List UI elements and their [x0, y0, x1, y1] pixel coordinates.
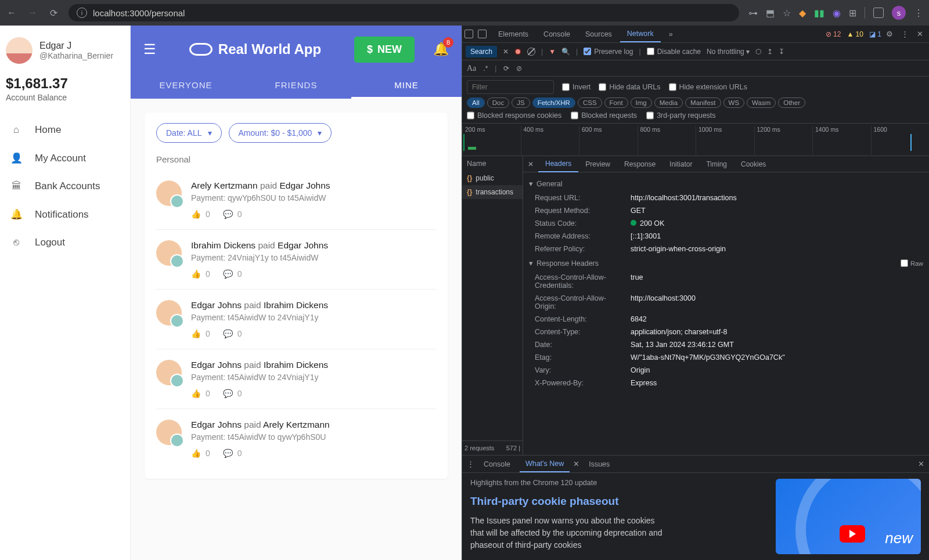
- transaction-row[interactable]: Edgar Johns paid Ibrahim Dickens Payment…: [156, 349, 436, 409]
- transaction-row[interactable]: Edgar Johns paid Arely Kertzmann Payment…: [156, 409, 436, 468]
- network-timeline[interactable]: 200 ms400 ms600 ms800 ms1000 ms1200 ms14…: [462, 124, 929, 156]
- drawer-tab-console[interactable]: Console: [478, 457, 516, 472]
- sidebar-item-notifications[interactable]: 🔔 Notifications: [6, 200, 124, 229]
- transaction-row[interactable]: Ibrahim Dickens paid Edgar Johns Payment…: [156, 230, 436, 290]
- request-row-transactions[interactable]: {}transactions: [462, 185, 523, 199]
- date-filter-chip[interactable]: Date: ALL ▾: [156, 123, 222, 143]
- tab-network[interactable]: Network: [620, 26, 661, 42]
- disable-cache-checkbox[interactable]: Disable cache: [647, 48, 701, 56]
- request-row-public[interactable]: {}public: [462, 171, 523, 185]
- transaction-row[interactable]: Arely Kertzmann paid Edgar Johns Payment…: [156, 170, 436, 230]
- filter-pill-manifest[interactable]: Manifest: [685, 97, 721, 108]
- tab-everyone[interactable]: EVERYONE: [131, 73, 241, 99]
- info-count[interactable]: ◪ 1: [869, 30, 881, 38]
- throttling-select[interactable]: No throttling ▾: [707, 48, 750, 56]
- invert-checkbox[interactable]: Invert: [562, 83, 590, 91]
- new-button[interactable]: $ NEW: [354, 37, 415, 63]
- detail-tab-response[interactable]: Response: [617, 157, 662, 172]
- reload-button[interactable]: ⟳: [48, 8, 59, 19]
- back-button[interactable]: ←: [6, 8, 17, 18]
- like-button[interactable]: 👍0: [191, 329, 210, 338]
- address-bar[interactable]: i localhost:3000/personal: [69, 4, 739, 21]
- detail-tab-initiator[interactable]: Initiator: [662, 157, 699, 172]
- clear-icon[interactable]: ⊘: [516, 64, 522, 73]
- tab-mine[interactable]: MINE: [351, 73, 462, 99]
- warning-count[interactable]: ▲ 10: [847, 30, 863, 38]
- close-devtools-icon[interactable]: ✕: [913, 30, 927, 38]
- ext-icon-3[interactable]: ◉: [833, 8, 841, 19]
- detail-tab-preview[interactable]: Preview: [578, 157, 617, 172]
- record-button[interactable]: [514, 48, 521, 55]
- hide-ext-checkbox[interactable]: Hide extension URLs: [669, 83, 747, 91]
- close-detail-icon[interactable]: ✕: [523, 160, 538, 168]
- preserve-log-checkbox[interactable]: Preserve log: [584, 48, 633, 56]
- tab-friends[interactable]: FRIENDS: [241, 73, 351, 99]
- devtools-menu-icon[interactable]: ⋮: [898, 30, 912, 38]
- search-icon[interactable]: 🔍: [561, 48, 570, 56]
- drawer-tab-issues[interactable]: Issues: [583, 457, 615, 472]
- device-icon[interactable]: [478, 30, 487, 38]
- detail-tab-timing[interactable]: Timing: [699, 157, 734, 172]
- transaction-row[interactable]: Edgar Johns paid Ibrahim Dickens Payment…: [156, 290, 436, 349]
- profile-avatar[interactable]: s: [892, 6, 906, 20]
- comment-button[interactable]: 💬0: [223, 449, 242, 458]
- sidebar-item-logout[interactable]: ⎋ Logout: [6, 229, 124, 256]
- tab-console[interactable]: Console: [536, 27, 577, 42]
- filter-pill-ws[interactable]: WS: [723, 97, 745, 108]
- filter-pill-css[interactable]: CSS: [578, 97, 602, 108]
- whatsnew-video[interactable]: new: [776, 479, 921, 554]
- regex-toggle[interactable]: .*: [483, 64, 488, 73]
- password-icon[interactable]: ⊶: [748, 8, 758, 19]
- filter-input[interactable]: [467, 80, 554, 94]
- comment-button[interactable]: 💬0: [223, 269, 242, 279]
- filter-pill-font[interactable]: Font: [604, 97, 628, 108]
- general-section[interactable]: ▾ General: [529, 176, 923, 192]
- ext-icon-1[interactable]: ◆: [799, 8, 806, 19]
- forward-button[interactable]: →: [27, 8, 38, 18]
- drawer-menu-icon[interactable]: ⋮: [467, 460, 474, 468]
- amount-filter-chip[interactable]: Amount: $0 - $1,000 ▾: [229, 123, 332, 143]
- comment-button[interactable]: 💬0: [223, 329, 242, 338]
- raw-toggle[interactable]: Raw: [901, 259, 923, 267]
- upload-icon[interactable]: ↥: [767, 48, 773, 56]
- settings-icon[interactable]: ⚙: [883, 30, 896, 38]
- blocked-req-checkbox[interactable]: Blocked requests: [571, 111, 637, 120]
- filter-pill-fetchxhr[interactable]: Fetch/XHR: [532, 97, 575, 108]
- filter-pill-all[interactable]: All: [467, 97, 485, 108]
- hamburger-icon[interactable]: ☰: [143, 41, 156, 57]
- side-panel-icon[interactable]: [873, 8, 884, 18]
- case-toggle[interactable]: Aa: [467, 64, 476, 73]
- tab-elements[interactable]: Elements: [491, 27, 535, 42]
- more-tabs-icon[interactable]: »: [662, 27, 680, 42]
- third-party-checkbox[interactable]: 3rd-party requests: [646, 111, 715, 120]
- like-button[interactable]: 👍0: [191, 389, 210, 398]
- blocked-cookies-checkbox[interactable]: Blocked response cookies: [467, 111, 561, 120]
- like-button[interactable]: 👍0: [191, 449, 210, 458]
- comment-button[interactable]: 💬0: [223, 389, 242, 398]
- filter-pill-media[interactable]: Media: [654, 97, 683, 108]
- close-drawer-icon[interactable]: ✕: [918, 460, 924, 468]
- inspect-icon[interactable]: [464, 30, 473, 38]
- like-button[interactable]: 👍0: [191, 269, 210, 279]
- drawer-tab-whatsnew[interactable]: What's New: [520, 456, 570, 472]
- name-column-header[interactable]: Name: [462, 156, 523, 171]
- extensions-icon[interactable]: ⊞: [849, 8, 856, 19]
- sidebar-item-my-account[interactable]: 👤 My Account: [6, 144, 124, 172]
- response-headers-section[interactable]: ▾ Response Headers Raw: [529, 255, 923, 271]
- search-chip[interactable]: Search: [466, 46, 497, 57]
- filter-pill-doc[interactable]: Doc: [487, 97, 509, 108]
- browser-menu-icon[interactable]: ⋮: [914, 8, 923, 19]
- comment-button[interactable]: 💬0: [223, 209, 242, 219]
- close-whatsnew-icon[interactable]: ✕: [573, 460, 579, 468]
- filter-pill-js[interactable]: JS: [512, 97, 530, 108]
- install-icon[interactable]: ⬒: [766, 8, 775, 19]
- filter-icon[interactable]: ▼: [549, 48, 556, 56]
- sidebar-item-home[interactable]: ⌂ Home: [6, 116, 124, 144]
- filter-pill-img[interactable]: Img: [631, 97, 652, 108]
- bookmark-icon[interactable]: ☆: [783, 8, 791, 19]
- notifications-button[interactable]: 🔔 8: [433, 42, 449, 57]
- error-count[interactable]: ⊘ 12: [826, 30, 841, 38]
- detail-tab-headers[interactable]: Headers: [538, 156, 578, 172]
- detail-tab-cookies[interactable]: Cookies: [734, 157, 773, 172]
- like-button[interactable]: 👍0: [191, 209, 210, 219]
